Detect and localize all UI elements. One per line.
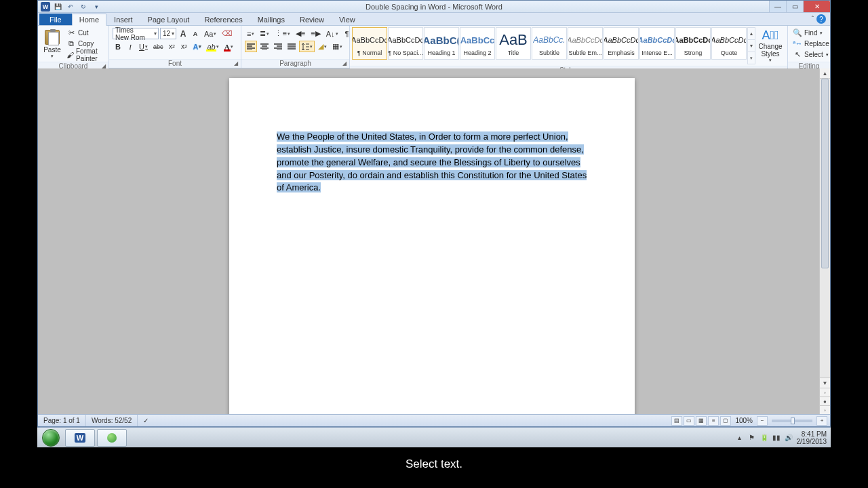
format-painter-button[interactable]: 🖌Format Painter [65,49,106,60]
word-app-icon[interactable]: W [41,2,50,12]
zoom-in-button[interactable]: + [816,416,827,426]
numbering-button[interactable]: ≣ [258,28,271,39]
align-right-button[interactable] [272,41,284,52]
tab-home[interactable]: Home [72,14,106,26]
status-page[interactable]: Page: 1 of 1 [38,415,86,426]
styles-scroll-up-icon[interactable]: ▲ [748,28,755,40]
scroll-track[interactable] [820,79,830,378]
view-web-layout-icon[interactable]: ▦ [696,416,707,426]
sort-button[interactable]: A↓ [324,28,340,39]
prev-page-icon[interactable]: ◦ [820,388,830,396]
view-outline-icon[interactable]: ≡ [708,416,719,426]
font-name-combo[interactable]: Times New Rom [113,28,159,39]
decrease-indent-button[interactable]: ◀≡ [294,28,307,39]
align-center-button[interactable] [258,41,271,52]
select-button[interactable]: ↖Select▾ [791,49,830,60]
style-item[interactable]: AaBTitle [496,27,531,60]
style-item[interactable]: AaBbCcDcQuote [711,27,747,60]
qat-undo-icon[interactable]: ↶ [65,2,76,12]
superscript-button[interactable]: x2 [178,41,189,52]
scroll-down-icon[interactable]: ▼ [820,378,830,388]
multilevel-list-button[interactable]: ⋮≡ [273,28,292,39]
maximize-button[interactable]: ▭ [786,1,803,12]
view-print-layout-icon[interactable]: ▤ [671,416,682,426]
paste-button[interactable]: Paste ▾ [41,27,64,60]
tab-references[interactable]: References [197,14,250,25]
scroll-up-icon[interactable]: ▲ [820,68,830,79]
minimize-ribbon-icon[interactable]: ˆ [812,16,814,23]
style-item[interactable]: AaBbCcHeading 2 [460,27,495,60]
subscript-button[interactable]: x2 [166,41,177,52]
tray-flag-icon[interactable]: ⚑ [748,434,756,442]
font-launcher-icon[interactable]: ◢ [233,60,239,67]
style-item[interactable]: AaBbCcDc¶ Normal [352,27,387,60]
highlight-button[interactable]: ab [205,41,220,52]
change-case-button[interactable]: Aa [202,28,218,39]
tray-power-icon[interactable]: 🔋 [760,434,768,442]
paragraph-launcher-icon[interactable]: ◢ [341,60,348,67]
view-draft-icon[interactable]: ▢ [720,416,731,426]
shading-button[interactable]: ◢ [316,41,329,52]
document-page[interactable]: We the People of the United States, in O… [229,78,635,414]
taskbar-app-icon[interactable] [97,429,127,447]
style-item[interactable]: AaBbCc.Subtitle [532,27,567,60]
tab-mailings[interactable]: Mailings [250,14,292,25]
zoom-out-button[interactable]: − [757,416,768,426]
styles-more-icon[interactable]: ▾ [748,52,755,64]
start-button[interactable] [39,428,63,447]
qat-save-icon[interactable]: 💾 [52,2,63,12]
align-left-button[interactable] [245,41,257,52]
find-button[interactable]: 🔍Find▾ [791,28,824,38]
document-body[interactable]: We the People of the United States, in O… [229,78,635,195]
scroll-thumb[interactable] [821,79,829,268]
zoom-percent[interactable]: 100% [735,417,753,424]
clear-formatting-button[interactable]: ⌫ [220,28,235,39]
grow-font-button[interactable]: A [178,28,189,39]
taskbar-word-icon[interactable]: W [65,429,95,447]
style-item[interactable]: AaBbCcDcStrong [675,27,711,60]
help-icon[interactable]: ? [816,14,826,24]
text-effects-button[interactable]: A [191,41,203,52]
qat-customize-icon[interactable]: ▾ [91,2,102,12]
underline-button[interactable]: U [137,41,150,52]
qat-redo-icon[interactable]: ↻ [78,2,89,12]
tray-show-hidden-icon[interactable]: ▴ [736,434,744,442]
tray-clock[interactable]: 8:41 PM 2/19/2013 [797,430,827,445]
borders-button[interactable]: ▦ [330,41,344,52]
tab-file[interactable]: File [39,14,72,25]
style-item[interactable]: AaBbCcDc¶ No Spaci... [388,27,423,60]
minimize-button[interactable]: — [769,1,786,12]
font-size-combo[interactable]: 12 [160,28,176,39]
status-words[interactable]: Words: 52/52 [86,415,138,426]
justify-button[interactable] [285,41,298,52]
replace-button[interactable]: ᵃ↔Replace [791,39,831,49]
tray-volume-icon[interactable]: 🔊 [785,434,793,442]
tab-view[interactable]: View [332,14,363,25]
style-item[interactable]: AaBbCcDcEmphasis [604,27,639,60]
zoom-slider[interactable] [772,420,812,422]
change-styles-button[interactable]: A̲ͣ Change Styles ▾ [755,27,785,64]
vertical-scrollbar[interactable]: ▲ ▼ ◦ ● ◦ [819,68,830,414]
styles-scroll-down-icon[interactable]: ▼ [748,40,755,52]
tab-review[interactable]: Review [292,14,332,25]
increase-indent-button[interactable]: ≡▶ [309,28,322,39]
line-spacing-button[interactable] [299,41,315,52]
bullets-button[interactable]: ≡ [245,28,256,39]
tab-page-layout[interactable]: Page Layout [140,14,197,25]
style-item[interactable]: AaBbC(Heading 1 [424,27,459,60]
style-item[interactable]: AaBbCcDcSubtle Em... [568,27,603,60]
next-page-icon[interactable]: ◦ [820,405,830,414]
strikethrough-button[interactable]: abc [151,41,165,52]
font-color-button[interactable]: A [222,41,235,52]
tray-network-icon[interactable]: ▮▮ [772,434,781,442]
tab-insert[interactable]: Insert [106,14,140,25]
selected-text[interactable]: We the People of the United States, in O… [277,131,587,192]
italic-button[interactable]: I [125,41,136,52]
style-item[interactable]: AaBbCcDcIntense E... [639,27,675,60]
select-browse-icon[interactable]: ● [820,396,830,405]
close-button[interactable]: ✕ [803,1,830,12]
status-proofing-icon[interactable]: ✓ [138,415,154,426]
cut-button[interactable]: ✂Cut [65,28,106,38]
zoom-slider-knob[interactable] [791,418,795,424]
view-full-screen-icon[interactable]: ▭ [684,416,694,426]
